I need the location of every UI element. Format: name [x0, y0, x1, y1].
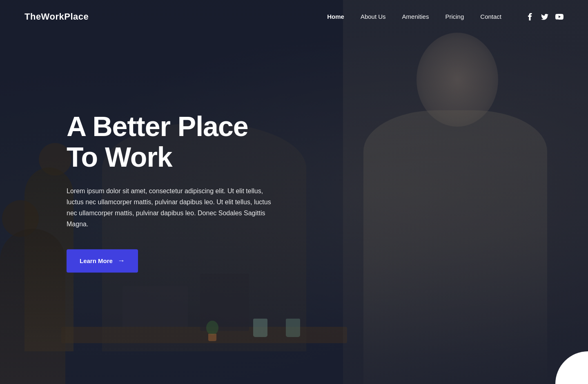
nav-item-pricing: Pricing [437, 13, 472, 20]
nav-link-pricing[interactable]: Pricing [437, 9, 472, 24]
hero-title-line1: A Better Place [67, 111, 248, 142]
twitter-icon[interactable] [541, 13, 549, 21]
learn-more-button[interactable]: Learn More → [67, 250, 138, 273]
nav-right: Home About Us Amenities Pricing Contact [319, 13, 564, 21]
hero-title-line2: To Work [67, 141, 172, 172]
nav-link-amenities[interactable]: Amenities [394, 9, 437, 24]
facebook-icon[interactable] [526, 13, 534, 21]
nav-link-about[interactable]: About Us [352, 9, 394, 24]
nav-link-contact[interactable]: Contact [472, 9, 510, 24]
arrow-icon: → [118, 257, 125, 266]
person-body [363, 110, 547, 384]
hero-description: Lorem ipsum dolor sit amet, consectetur … [67, 185, 279, 230]
hero-section: TheWorkPlace Home About Us Amenities Pri… [0, 0, 588, 384]
nav-item-home: Home [319, 13, 352, 20]
hero-title: A Better Place To Work [67, 111, 279, 172]
social-links [526, 13, 564, 21]
nav-item-about: About Us [352, 13, 394, 20]
hero-person-figure [343, 0, 588, 384]
learn-more-label: Learn More [80, 258, 113, 265]
nav-item-contact: Contact [472, 13, 510, 20]
nav-link-home[interactable]: Home [319, 9, 352, 24]
youtube-icon[interactable] [555, 13, 564, 21]
brand-logo[interactable]: TheWorkPlace [24, 11, 89, 22]
hero-content: A Better Place To Work Lorem ipsum dolor… [67, 111, 279, 272]
nav-item-amenities: Amenities [394, 13, 437, 20]
nav-links: Home About Us Amenities Pricing Contact [319, 13, 510, 20]
main-nav: TheWorkPlace Home About Us Amenities Pri… [0, 0, 588, 33]
